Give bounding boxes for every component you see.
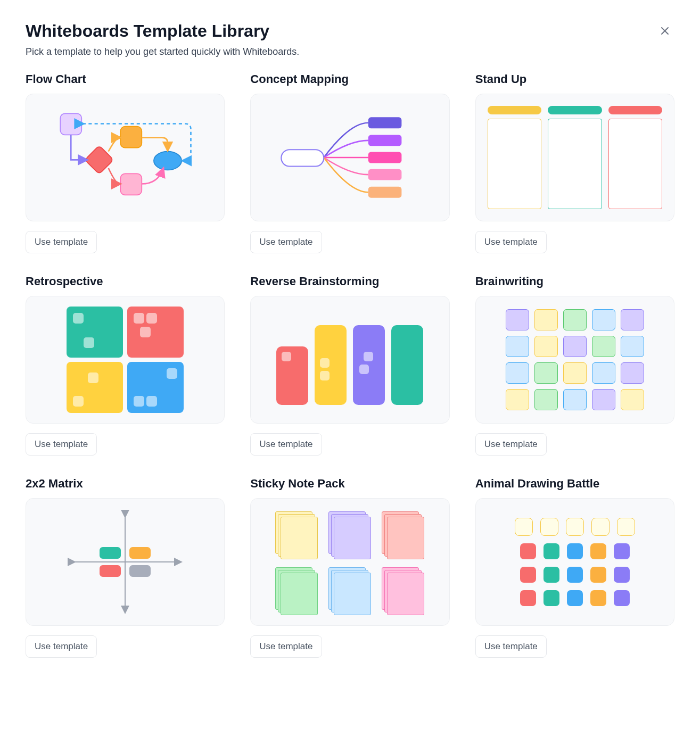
template-title: Sticky Note Pack	[250, 477, 449, 491]
modal-subtitle: Pick a template to help you get started …	[26, 46, 299, 57]
svg-rect-1	[120, 127, 142, 148]
use-template-button[interactable]: Use template	[250, 433, 322, 456]
template-title: Animal Drawing Battle	[475, 477, 674, 491]
template-title: Stand Up	[475, 72, 674, 86]
template-card-animal-drawing-battle: Animal Drawing Battle Use template	[475, 477, 674, 658]
template-preview	[475, 498, 674, 626]
template-preview	[250, 498, 449, 626]
use-template-button[interactable]: Use template	[26, 635, 97, 658]
template-card-2x2-matrix: 2x2 Matrix Use template	[26, 477, 225, 658]
template-card-retrospective: Retrospective Use template	[26, 275, 225, 456]
template-card-reverse-brainstorming: Reverse Brainstorming Use template	[250, 275, 449, 456]
template-card-concept-mapping: Concept Mapping Use template	[250, 72, 449, 253]
svg-rect-10	[368, 187, 402, 198]
template-preview	[26, 94, 225, 221]
template-preview	[250, 94, 449, 221]
svg-point-4	[154, 152, 182, 170]
template-card-brainwriting: Brainwriting	[475, 275, 674, 456]
animal-drawing-battle-icon	[515, 518, 635, 606]
reverse-brainstorming-icon	[276, 314, 423, 405]
use-template-button[interactable]: Use template	[250, 635, 322, 658]
close-icon	[658, 31, 671, 39]
modal-header: Whiteboards Template Library Pick a temp…	[26, 21, 674, 72]
sticky-note-pack-icon	[275, 511, 424, 612]
templates-grid: Flow Chart	[26, 72, 674, 658]
template-title: Concept Mapping	[250, 72, 449, 86]
retrospective-icon	[67, 307, 184, 413]
template-title: Flow Chart	[26, 72, 225, 86]
use-template-button[interactable]: Use template	[475, 635, 547, 658]
template-title: Retrospective	[26, 275, 225, 288]
concept-mapping-icon	[270, 104, 430, 211]
template-title: Brainwriting	[475, 275, 674, 288]
stand-up-icon	[476, 94, 674, 221]
template-preview	[26, 296, 225, 424]
brainwriting-icon	[506, 309, 644, 410]
close-button[interactable]	[655, 21, 674, 42]
use-template-button[interactable]: Use template	[26, 231, 97, 253]
template-preview	[250, 296, 449, 424]
svg-rect-9	[368, 169, 402, 180]
svg-rect-7	[368, 135, 402, 146]
template-card-flow-chart: Flow Chart	[26, 72, 225, 253]
use-template-button[interactable]: Use template	[475, 433, 547, 456]
template-title: Reverse Brainstorming	[250, 275, 449, 288]
use-template-button[interactable]: Use template	[250, 231, 322, 253]
use-template-button[interactable]: Use template	[475, 231, 547, 253]
modal-title: Whiteboards Template Library	[26, 21, 299, 41]
template-title: 2x2 Matrix	[26, 477, 225, 491]
template-card-stand-up: Stand Up Use template	[475, 72, 674, 253]
svg-rect-2	[120, 173, 142, 195]
use-template-button[interactable]: Use template	[26, 433, 97, 456]
svg-rect-6	[368, 117, 402, 128]
svg-rect-0	[60, 113, 81, 135]
template-library-modal: Whiteboards Template Library Pick a temp…	[0, 0, 700, 679]
flow-chart-icon	[45, 104, 205, 211]
template-preview	[26, 498, 225, 626]
template-card-sticky-note-pack: Sticky Note Pack Use template	[250, 477, 449, 658]
template-preview	[475, 94, 674, 221]
2x2-matrix-icon	[61, 503, 189, 620]
svg-rect-8	[368, 152, 402, 163]
svg-rect-5	[282, 150, 324, 166]
template-preview	[475, 296, 674, 424]
